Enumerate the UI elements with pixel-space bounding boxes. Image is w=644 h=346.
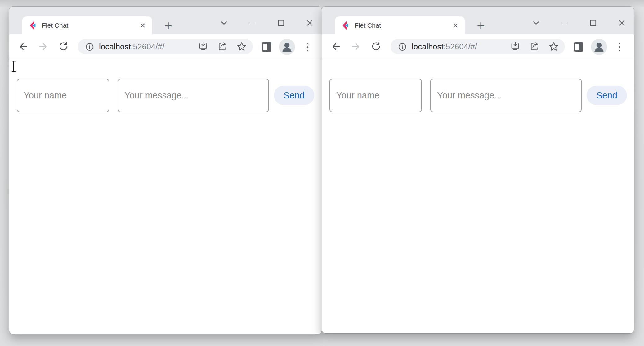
new-tab-button[interactable]: + [161,18,176,33]
browser-window-left: Flet Chat × + local [9,7,322,334]
name-input[interactable] [17,79,109,112]
back-button[interactable] [16,39,31,54]
forward-button[interactable] [35,39,51,54]
tab-search-chevron-icon[interactable] [528,15,544,31]
omnibox-actions [509,40,560,53]
browser-toolbar: localhost:52604/#/ [9,34,322,59]
page-content: Send [9,60,322,334]
site-info-icon[interactable] [397,41,407,52]
bookmark-star-icon[interactable] [235,40,248,53]
site-info-icon[interactable] [84,41,95,52]
share-icon[interactable] [528,40,541,53]
message-input[interactable] [118,79,269,112]
profile-avatar[interactable] [591,39,607,55]
side-panel-icon[interactable] [260,40,273,54]
send-button[interactable]: Send [274,86,314,105]
tab-strip: Flet Chat × + [9,7,322,34]
profile-avatar[interactable] [279,39,295,55]
browser-window-right: Flet Chat × + local [322,7,634,333]
url-host: localhost [99,42,131,51]
nav-buttons [328,39,383,54]
tab-close-icon[interactable]: × [137,20,148,31]
url-text: localhost:52604/#/ [99,42,197,52]
download-icon[interactable] [509,40,521,53]
tab-search-chevron-icon[interactable] [216,15,232,31]
forward-button[interactable] [348,39,364,54]
download-icon[interactable] [197,40,209,53]
reload-button[interactable] [368,39,383,54]
new-tab-button[interactable]: + [473,18,488,33]
maximize-button[interactable] [585,15,601,31]
send-button[interactable]: Send [587,86,627,105]
omnibox-actions [197,40,248,53]
tab-flet-chat[interactable]: Flet Chat × [335,16,465,34]
page-content: Send [322,60,634,333]
url-text: localhost:52604/#/ [412,42,509,52]
share-icon[interactable] [216,40,229,53]
browser-menu-icon[interactable] [301,40,314,54]
tab-flet-chat[interactable]: Flet Chat × [22,16,152,34]
minimize-button[interactable] [557,15,572,31]
toolbar-right [260,39,314,55]
tab-title: Flet Chat [42,22,137,29]
close-window-button[interactable] [614,15,629,31]
side-panel-icon[interactable] [572,40,585,54]
flet-logo-icon [341,21,350,30]
browser-toolbar: localhost:52604/#/ [322,34,634,59]
reload-button[interactable] [55,39,71,54]
bookmark-star-icon[interactable] [548,40,560,53]
flet-logo-icon [28,21,37,30]
url-path: :52604/#/ [444,42,477,51]
nav-buttons [16,39,71,54]
tab-strip: Flet Chat × + [322,7,634,34]
close-window-button[interactable] [302,15,317,31]
name-input[interactable] [329,79,422,112]
url-host: localhost [412,42,444,51]
tab-close-icon[interactable]: × [450,20,461,31]
tab-title: Flet Chat [355,22,450,29]
window-controls [216,15,317,31]
browser-menu-icon[interactable] [613,40,626,54]
url-path: :52604/#/ [131,42,164,51]
window-controls [528,15,629,31]
toolbar-right [572,39,626,55]
back-button[interactable] [328,39,344,54]
text-cursor-icon [11,61,16,74]
maximize-button[interactable] [273,15,289,31]
message-input[interactable] [430,79,582,112]
address-bar[interactable]: localhost:52604/#/ [391,39,565,54]
minimize-button[interactable] [245,15,260,31]
address-bar[interactable]: localhost:52604/#/ [78,39,253,54]
